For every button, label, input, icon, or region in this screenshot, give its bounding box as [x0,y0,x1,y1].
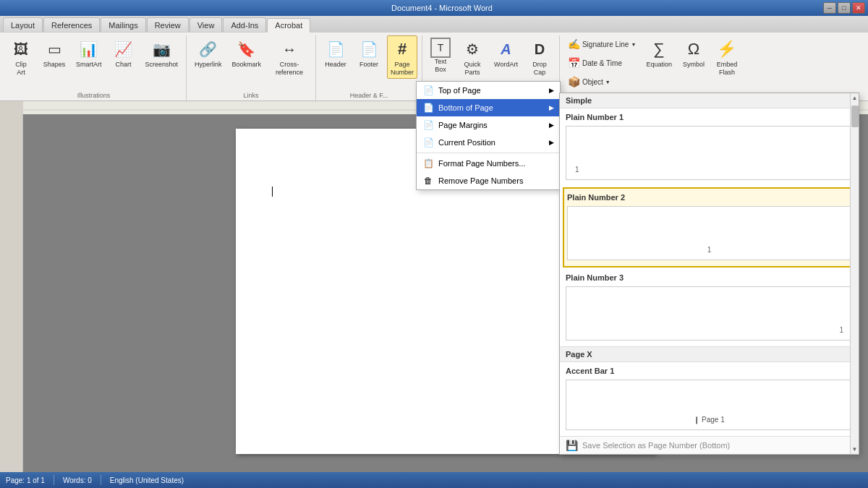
titlebar: Document4 - Microsoft Word ─ □ ✕ [0,0,868,16]
signature-line-label: Signature Line [582,40,629,48]
page-margins-icon: 📄 [422,119,434,131]
textbox-button[interactable]: T TextBox [427,35,454,76]
submenu-scrollbar[interactable]: ▲ ▼ [850,93,859,454]
save-selection-icon: 💾 [566,440,578,451]
drop-cap-button[interactable]: D DropCap [524,35,555,79]
links-label: Links [191,92,311,100]
minimize-button[interactable]: ─ [823,2,836,14]
tab-acrobat[interactable]: Acrobat [267,18,310,33]
tab-review[interactable]: Review [147,17,189,32]
cross-reference-button[interactable]: ↔ Cross-reference [268,35,311,79]
wordart-label: WordArt [494,61,518,69]
header-label: Header [325,61,346,69]
embed-flash-label: EmbedFlash [717,61,738,77]
scroll-up-arrow[interactable]: ▲ [851,93,859,103]
textbox-label: TextBox [435,58,447,74]
quick-parts-icon: ⚙ [461,38,484,61]
section-simple-title: Simple [560,93,859,108]
plain-number-1-number: 1 [575,166,579,174]
clip-art-label: ClipArt [15,61,27,77]
header-footer-buttons: 📄 Header 📄 Footer # PageNumber [320,35,417,90]
menu-page-margins[interactable]: 📄 Page Margins ▶ [417,116,560,134]
accent-bar-1-item[interactable]: Accent Bar 1 ❙ Page 1 [560,362,859,436]
clip-art-button[interactable]: 🖼 ClipArt [6,35,36,79]
smartart-label: SmartArt [76,61,102,69]
signature-dropdown-arrow: ▼ [631,42,636,47]
bottom-of-page-arrow: ▶ [549,104,554,111]
menu-separator-1 [417,153,560,153]
format-page-numbers-label: Format Page Numbers... [438,159,525,168]
plain-number-2-item[interactable]: Plain Number 2 1 [563,187,856,267]
textbox-icon: T [430,38,451,58]
hyperlink-icon: 🔗 [197,38,220,61]
accent-bar-1-text: ❙ Page 1 [694,416,724,424]
group-header-footer: 📄 Header 📄 Footer # PageNumber Header & … [316,35,422,100]
menu-current-position[interactable]: 📄 Current Position ▶ [417,134,560,151]
scroll-down-arrow[interactable]: ▼ [851,445,859,454]
screenshot-label: Screenshot [145,61,179,69]
header-icon: 📄 [324,38,347,61]
page-number-label: PageNumber [391,61,414,77]
tab-view[interactable]: View [190,17,223,32]
plain-number-1-item[interactable]: Plain Number 1 1 [560,108,859,186]
embed-flash-icon: ⚡ [715,38,739,61]
cross-reference-icon: ↔ [278,38,301,61]
bookmark-button[interactable]: 🔖 Bookmark [229,35,265,71]
quick-parts-button[interactable]: ⚙ QuickParts [457,35,488,79]
page-number-button[interactable]: # PageNumber [387,35,417,79]
close-button[interactable]: ✕ [852,2,865,14]
tab-layout[interactable]: Layout [3,17,43,32]
current-position-arrow: ▶ [549,139,554,146]
restore-button[interactable]: □ [838,2,851,14]
bottom-of-page-label: Bottom of Page [438,103,493,112]
status-words: Words: 0 [63,476,92,484]
equation-button[interactable]: ∑ Equation [642,35,676,71]
text-cursor [272,187,273,197]
current-position-icon: 📄 [422,137,434,148]
shapes-button[interactable]: ▭ Shapes [39,35,69,71]
menu-format-page-numbers[interactable]: 📋 Format Page Numbers... [417,155,560,172]
plain-number-2-preview: 1 [567,206,851,260]
chart-button[interactable]: 📈 Chart [109,35,139,71]
accent-bar-1-label: Accent Bar 1 [566,365,853,377]
plain-number-3-preview: 1 [566,286,853,341]
menu-bottom-of-page[interactable]: 📄 Bottom of Page ▶ [417,99,560,116]
accent-bar-1-preview: ❙ Page 1 [566,380,853,430]
submenu-footer[interactable]: 💾 Save Selection as Page Number (Bottom) [560,436,859,454]
hyperlink-button[interactable]: 🔗 Hyperlink [191,35,226,71]
drop-cap-label: DropCap [532,61,547,77]
tab-addins[interactable]: Add-Ins [223,17,266,32]
wordart-button[interactable]: A WordArt [490,35,522,71]
equation-icon: ∑ [647,38,671,61]
header-button[interactable]: 📄 Header [320,35,351,71]
object-label: Object [582,78,603,86]
object-button[interactable]: 📦 Object ▼ [564,73,639,90]
date-time-icon: 📅 [568,56,581,69]
symbol-button[interactable]: Ω Symbol [678,35,709,71]
top-of-page-icon: 📄 [422,85,434,96]
chart-label: Chart [116,61,132,69]
object-icon: 📦 [568,75,581,88]
footer-label: Footer [359,61,378,69]
date-time-button[interactable]: 📅 Date & Time [564,54,639,72]
page-number-dropdown: 📄 Top of Page ▶ 📄 Bottom of Page ▶ 📄 Pag… [416,81,561,190]
screenshot-button[interactable]: 📷 Screenshot [142,35,182,71]
current-position-label: Current Position [438,138,495,147]
plain-number-3-item[interactable]: Plain Number 3 1 [560,269,859,346]
embed-flash-button[interactable]: ⚡ EmbedFlash [712,35,742,79]
window-title: Document4 - Microsoft Word [391,4,493,12]
scroll-thumb[interactable] [851,106,859,127]
chart-icon: 📈 [112,38,135,61]
footer-button[interactable]: 📄 Footer [354,35,384,71]
tab-references[interactable]: References [43,17,100,32]
smartart-button[interactable]: 📊 SmartArt [72,35,106,71]
top-of-page-label: Top of Page [438,86,481,95]
menu-remove-page-numbers[interactable]: 🗑 Remove Page Numbers [417,172,560,189]
plain-number-1-preview: 1 [566,126,853,180]
remove-page-numbers-icon: 🗑 [422,175,434,187]
bottom-of-page-submenu: Simple Plain Number 1 1 Plain Number 2 1… [559,93,859,455]
tab-mailings[interactable]: Mailings [101,17,145,32]
signature-line-button[interactable]: ✍ Signature Line ▼ [564,35,639,53]
illustrations-label: Illustrations [6,92,182,100]
menu-top-of-page[interactable]: 📄 Top of Page ▶ [417,82,560,99]
